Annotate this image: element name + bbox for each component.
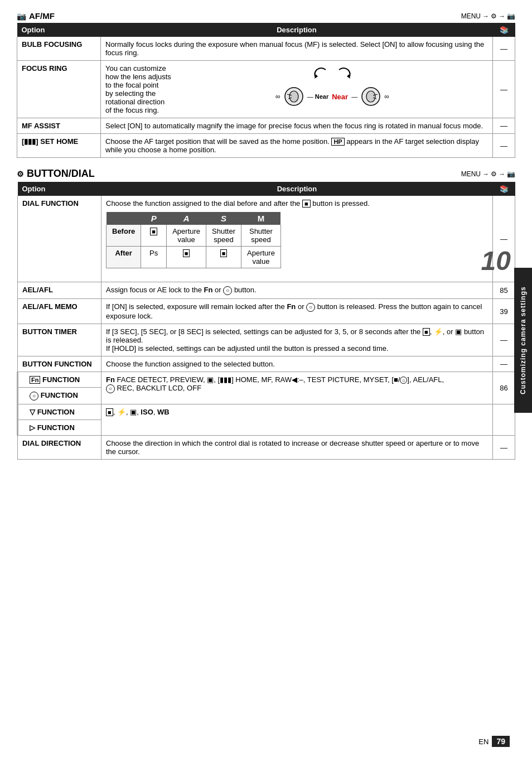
dial-function-desc: Choose the function assigned to the dial…: [101, 196, 493, 282]
after-label: After: [107, 247, 141, 268]
table-row: Fn FUNCTION Fn FACE DETECT, PREVIEW, ▣, …: [18, 372, 515, 388]
buttondial-title-text: BUTTON/DIAL: [27, 168, 95, 180]
mf-assist-ref: —: [493, 118, 515, 134]
buttondial-icon: ⚙: [17, 170, 24, 179]
menu-label-af: MENU: [461, 12, 481, 20]
camera-icon-af: 📷: [507, 12, 515, 20]
circle-btn-icon2: ○: [306, 303, 315, 312]
focus-ring-ref: —: [493, 61, 515, 118]
circle-icon-rec: ○: [106, 384, 115, 393]
hp-icon: HP: [331, 138, 344, 146]
dial-direction-ref: —: [493, 436, 515, 460]
fn-function-option: Fn FUNCTION: [18, 372, 101, 388]
button-timer-desc: If [3 SEC], [5 SEC], or [8 SEC] is selec…: [101, 324, 493, 356]
afmf-title: 📷 AF/MF: [17, 11, 55, 21]
button-timer-ref: —: [493, 324, 515, 356]
content-area: 📷 AF/MF MENU → ⚙ → 📷 Option Description …: [17, 11, 515, 460]
arrow1-bd: →: [482, 170, 489, 178]
after-a: ■: [167, 247, 206, 268]
fn-function-ref: 86: [493, 372, 515, 404]
afmf-table: Option Description 📚 BULB FOCUSING Norma…: [17, 23, 515, 158]
svg-point-3: [289, 91, 298, 102]
button-timer-option: BUTTON TIMER: [18, 324, 101, 356]
dial-direction-option: DIAL DIRECTION: [18, 436, 101, 460]
dial-direction-desc: Choose the direction in which the contro…: [101, 436, 493, 460]
table-row: MF ASSIST Select [ON] to automatically m…: [17, 118, 515, 134]
ael-afl-ref: 85: [493, 282, 515, 299]
dial-function-inner-table: P A S M Before ■ Apertureval: [106, 212, 281, 268]
button-function-ref: —: [493, 356, 515, 372]
focus-ring-option: FOCUS RING: [17, 61, 101, 118]
ael-afl-memo-ref: 39: [493, 299, 515, 324]
bd-col-option: Option: [18, 182, 101, 196]
afmf-menu-path: MENU → ⚙ → 📷: [461, 12, 515, 20]
page-number-area: EN 79: [478, 736, 510, 747]
bulb-focusing-desc: Normally focus locks during the exposure…: [101, 37, 493, 61]
fn-function-desc: Fn FACE DETECT, PREVIEW, ▣, [▮▮▮] HOME, …: [101, 372, 493, 404]
buttondial-table: Option Description 📚 DIAL FUNCTION Choos…: [17, 182, 515, 460]
afmf-col-desc: Description: [101, 23, 493, 37]
right-function-option: ▷ FUNCTION: [18, 420, 101, 436]
set-home-desc: Choose the AF target position that will …: [101, 134, 493, 158]
arrow1-af: →: [482, 12, 489, 20]
table-row: AEL/AFL MEMO If [ON] is selected, exposu…: [18, 299, 515, 324]
after-m: Aperturevalue: [241, 247, 281, 268]
inner-col-m: M: [241, 212, 281, 225]
before-m: Shutterspeed: [241, 225, 281, 247]
before-label: Before: [107, 225, 141, 247]
gear-icon-bd: ⚙: [491, 170, 497, 178]
infinity-left: ∞: [275, 93, 280, 100]
afmf-icon: 📷: [17, 12, 26, 21]
svg-point-7: [366, 91, 375, 102]
table-row: BUTTON FUNCTION Choose the function assi…: [18, 356, 515, 372]
side-tab: Customizing camera settings: [514, 268, 532, 413]
chapter-number: 10: [481, 245, 511, 276]
table-row: DIAL DIRECTION Choose the direction in w…: [18, 436, 515, 460]
bulb-focusing-option: BULB FOCUSING: [17, 37, 101, 61]
ael-afl-option: AEL/AFL: [18, 282, 101, 299]
inner-col-s: S: [206, 212, 241, 225]
after-s: ■: [206, 247, 241, 268]
en-label: EN: [478, 737, 489, 746]
inner-table-row-after: After Ps ■ ■ Aperturevalue: [107, 247, 281, 268]
down-function-option: ▽ FUNCTION: [18, 404, 101, 420]
button-function-desc: Choose the function assigned to the sele…: [101, 356, 493, 372]
camera-icon-bd: 📷: [507, 170, 515, 178]
buttondial-section-header: ⚙ BUTTON/DIAL MENU → ⚙ → 📷: [17, 168, 515, 180]
down-function-ref: [493, 404, 515, 436]
before-p: ■: [141, 225, 167, 247]
circle-function-option: ○ FUNCTION: [18, 388, 101, 404]
table-row: BULB FOCUSING Normally focus locks durin…: [17, 37, 515, 61]
cw-arrow-icon: [333, 66, 355, 84]
bd-col-desc: Description: [101, 182, 493, 196]
bulb-focusing-ref: —: [493, 37, 515, 61]
button-function-option: BUTTON FUNCTION: [18, 356, 101, 372]
buttondial-menu-path: MENU → ⚙ → 📷: [461, 170, 515, 178]
page: Customizing camera settings 10 📷 AF/MF M…: [0, 0, 532, 757]
afmf-section-header: 📷 AF/MF MENU → ⚙ → 📷: [17, 11, 515, 21]
inner-col-blank: [107, 212, 141, 225]
circle-btn-icon: ○: [223, 286, 232, 295]
page-number: 79: [492, 736, 510, 747]
dial-function-option: DIAL FUNCTION: [18, 196, 101, 282]
gear-icon-af: ⚙: [491, 12, 497, 20]
table-row: AEL/AFL Assign focus or AE lock to the F…: [18, 282, 515, 299]
table-row: [▮▮▮] SET HOME Choose the AF target posi…: [17, 134, 515, 158]
circle-function-icon: ○: [30, 392, 38, 401]
table-row: BUTTON TIMER If [3 SEC], [5 SEC], or [8 …: [18, 324, 515, 356]
menu-label-bd: MENU: [461, 170, 481, 178]
ael-afl-memo-option: AEL/AFL MEMO: [18, 299, 101, 324]
infinity-right: ∞: [384, 93, 389, 100]
set-home-option: [▮▮▮] SET HOME: [17, 134, 101, 158]
ael-afl-desc: Assign focus or AE lock to the Fn or ○ b…: [101, 282, 493, 299]
arrow2-af: →: [499, 12, 505, 20]
table-row: ▽ FUNCTION ■, ⚡, ▣, ISO, WB: [18, 404, 515, 420]
before-a: Aperturevalue: [167, 225, 206, 247]
afmf-col-option: Option: [17, 23, 101, 37]
bd-col-ref: 📚: [493, 182, 515, 196]
afmf-col-ref: 📚: [493, 23, 515, 37]
inner-table-row-before: Before ■ Aperturevalue Shutterspeed Shut…: [107, 225, 281, 247]
after-p: Ps: [141, 247, 167, 268]
lens-left-diagram: [284, 86, 304, 107]
side-tab-label: Customizing camera settings: [519, 286, 527, 394]
